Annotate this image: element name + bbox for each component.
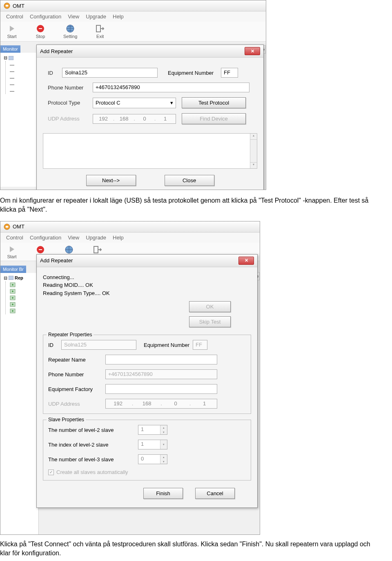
tree-root[interactable]: ⊟ Rep xyxy=(2,275,37,282)
toolbar-exit[interactable]: Exit xyxy=(94,24,106,39)
svg-rect-11 xyxy=(9,276,13,280)
l2num-spinner: 1 ▴▾ xyxy=(138,425,167,435)
menu-control[interactable]: Control xyxy=(6,235,23,241)
menu-configuration[interactable]: Configuration xyxy=(30,235,61,241)
menu-upgrade[interactable]: Upgrade xyxy=(86,235,106,241)
tree-root[interactable]: ⊟ xyxy=(2,54,37,61)
ip-seg-4: 1 xyxy=(198,400,211,407)
tree-leaf[interactable]: — xyxy=(8,61,37,68)
tree-tab[interactable]: Monitor Br xyxy=(0,266,26,273)
spinner-value: 1 xyxy=(138,440,160,449)
equip-input[interactable]: FF xyxy=(221,68,238,78)
close-icon: ✕ xyxy=(251,49,254,54)
equip-input: FF xyxy=(193,340,207,350)
scroll-up-icon[interactable]: ▴ xyxy=(250,134,257,140)
node-icon xyxy=(10,308,16,313)
tree-leaf[interactable] xyxy=(8,295,37,301)
toolbar-setting[interactable]: Setting xyxy=(63,24,77,39)
group-title: Repeater Properties xyxy=(47,332,94,337)
ip-seg-2: 168 xyxy=(118,116,130,122)
find-device-button: Find Device xyxy=(182,113,246,124)
collapse-icon: ⊟ xyxy=(4,55,7,60)
close-icon: ✕ xyxy=(245,258,248,263)
test-protocol-button[interactable]: Test Protocol xyxy=(182,97,246,108)
instruction-para-1: Om ni konfigurerar er repeater i lokalt … xyxy=(0,196,376,215)
add-repeater-dialog: Add Repeater ✕ ID Solna125 Equipment Num… xyxy=(36,45,264,190)
menu-view[interactable]: View xyxy=(68,235,79,241)
id-label: ID xyxy=(48,342,61,348)
id-input: Solna125 xyxy=(61,340,136,350)
next-button[interactable]: Next--> xyxy=(86,175,136,186)
tree-leaf[interactable]: — xyxy=(8,87,37,94)
folder-icon xyxy=(9,276,13,280)
log-textarea[interactable]: ▴ ▾ xyxy=(43,133,257,169)
id-input[interactable]: Solna125 xyxy=(62,68,158,78)
svg-point-17 xyxy=(12,297,13,299)
app-title: OMT xyxy=(13,224,24,230)
close-button[interactable]: ✕ xyxy=(238,257,254,265)
app-titlebar: OMT xyxy=(0,0,266,11)
equip-label: Equipment Number xyxy=(144,342,189,348)
stop-icon xyxy=(35,24,46,33)
tree-leaf[interactable] xyxy=(8,301,37,308)
l2idx-spinner: 1 ▾ xyxy=(138,440,167,449)
menu-view[interactable]: View xyxy=(68,13,79,20)
app-title: OMT xyxy=(13,3,24,9)
toolbar-start[interactable]: Start xyxy=(6,24,18,39)
svg-rect-5 xyxy=(9,56,13,60)
exit-icon xyxy=(94,24,106,33)
group-title: Slave Properties xyxy=(47,417,86,422)
proto-select[interactable]: Protocol C ▾ xyxy=(93,98,176,108)
menu-control[interactable]: Control xyxy=(6,13,23,20)
toolbar-start[interactable]: Start xyxy=(6,245,18,258)
scrollbar[interactable]: ▴ ▾ xyxy=(250,134,257,168)
node-icon xyxy=(10,295,16,300)
ip-seg-3: 0 xyxy=(138,116,151,122)
menu-configuration[interactable]: Configuration xyxy=(30,13,61,20)
instruction-para-2: Klicka på "Test Connect" och vänta på te… xyxy=(0,540,376,558)
spinner-value: 0 xyxy=(138,455,160,464)
app-icon xyxy=(4,224,10,230)
node-icon xyxy=(10,302,16,307)
phone-input[interactable]: +46701324567890 xyxy=(93,83,249,92)
factory-input[interactable] xyxy=(105,384,217,394)
chevron-down-icon: ▾ xyxy=(160,440,167,449)
svg-rect-10 xyxy=(94,246,98,253)
toolbar: Start Stop Setting Exit xyxy=(0,22,266,42)
status-line: Reading MOID.... OK xyxy=(43,281,251,289)
node-icon xyxy=(10,282,16,287)
tree-leaf[interactable] xyxy=(8,288,37,295)
toolbar-stop-label: Stop xyxy=(36,34,45,39)
menu-upgrade[interactable]: Upgrade xyxy=(86,13,106,20)
phone-input: +46701324567890 xyxy=(105,369,217,379)
proto-value: Protocol C xyxy=(96,100,120,106)
tree-leaf[interactable] xyxy=(8,282,37,288)
finish-button[interactable]: Finish xyxy=(143,488,183,499)
phone-label: Phone Number xyxy=(48,371,105,378)
name-input[interactable] xyxy=(105,355,217,364)
tree-leaf[interactable]: — xyxy=(8,68,37,74)
add-repeater-dialog-2: Add Repeater ✕ Connecting... Reading MOI… xyxy=(36,254,258,508)
close-button-2[interactable]: Close xyxy=(165,175,214,186)
tree-tab[interactable]: Monitor xyxy=(0,45,20,53)
dialog-titlebar: Add Repeater ✕ xyxy=(37,255,257,267)
ok-button: OK xyxy=(189,301,231,312)
auto-create-checkbox: ✓ xyxy=(48,469,54,475)
cancel-button[interactable]: Cancel xyxy=(195,488,235,499)
ip-seg-1: 192 xyxy=(112,400,124,407)
app-titlebar: OMT xyxy=(0,221,260,232)
svg-rect-2 xyxy=(39,28,42,29)
toolbar-stop[interactable]: Stop xyxy=(35,24,46,39)
id-label: ID xyxy=(48,70,62,76)
tree-leaf[interactable]: — xyxy=(8,81,37,87)
tree-leaf[interactable] xyxy=(8,308,37,314)
menu-help[interactable]: Help xyxy=(113,235,124,241)
slave-properties-group: Slave Properties The number of level-2 s… xyxy=(43,420,251,481)
l2idx-label: The index of level-2 slave xyxy=(48,442,138,448)
close-button[interactable]: ✕ xyxy=(245,47,260,55)
scroll-down-icon[interactable]: ▾ xyxy=(250,162,257,168)
tree-leaf[interactable]: — xyxy=(8,74,37,81)
screenshot-1: OMT Control Configuration View Upgrade H… xyxy=(0,0,266,190)
menu-help[interactable]: Help xyxy=(113,13,124,20)
skip-test-button: Skip Test xyxy=(189,316,231,327)
